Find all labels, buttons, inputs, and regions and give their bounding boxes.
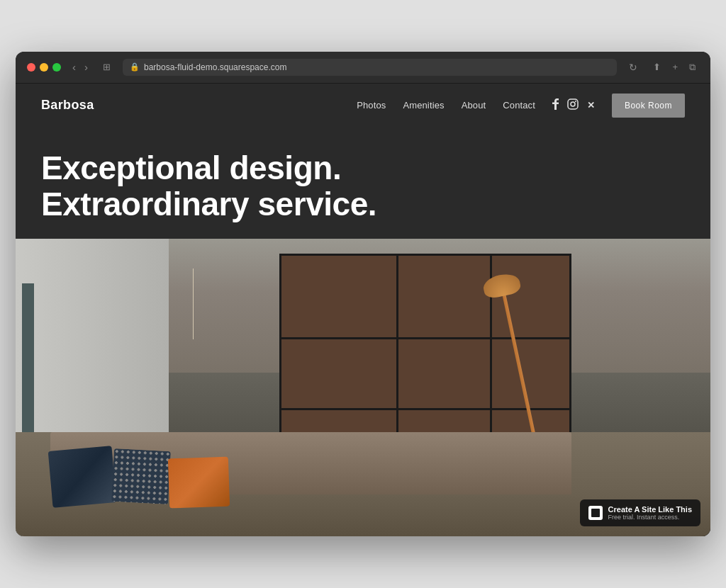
svg-point-1 xyxy=(571,102,575,106)
browser-chrome: ‹ › ⊞ 🔒 barbosa-fluid-demo.squarespace.c… xyxy=(16,52,710,84)
back-button[interactable]: ‹ xyxy=(69,60,79,74)
sidebar-toggle-button[interactable]: ⊞ xyxy=(99,60,114,74)
facebook-icon[interactable] xyxy=(552,98,559,112)
traffic-lights xyxy=(27,63,61,72)
hero-image: Create A Site Like This Free trial. Inst… xyxy=(16,239,710,536)
minimize-button[interactable] xyxy=(40,63,48,72)
new-tab-button[interactable]: + xyxy=(669,60,681,74)
squarespace-badge-subtitle: Free trial. Instant access. xyxy=(608,514,692,521)
hero-section: Exceptional design. Extraordinary servic… xyxy=(16,128,710,536)
site-navigation: Photos Amenities About Contact xyxy=(357,94,685,118)
url-display: barbosa-fluid-demo.squarespace.com xyxy=(144,62,286,72)
squarespace-badge[interactable]: Create A Site Like This Free trial. Inst… xyxy=(580,499,700,526)
browser-actions: ⬆ + ⧉ xyxy=(649,60,699,74)
address-bar[interactable]: 🔒 barbosa-fluid-demo.squarespace.com xyxy=(123,59,617,76)
website-content: Barbosa Photos Amenities About Contact xyxy=(16,84,710,536)
hero-tagline: Exceptional design. Extraordinary servic… xyxy=(16,128,710,239)
squarespace-badge-text: Create A Site Like This Free trial. Inst… xyxy=(608,505,692,521)
nav-link-amenities[interactable]: Amenities xyxy=(403,100,444,111)
reload-button[interactable]: ↻ xyxy=(625,60,641,74)
nav-link-photos[interactable]: Photos xyxy=(357,100,386,111)
hero-headline: Exceptional design. Extraordinary servic… xyxy=(41,150,685,222)
close-button[interactable] xyxy=(27,63,35,72)
svg-rect-0 xyxy=(568,99,578,109)
macrame-decor xyxy=(182,268,203,339)
tabs-button[interactable]: ⧉ xyxy=(686,60,699,74)
maximize-button[interactable] xyxy=(52,63,61,72)
instagram-icon[interactable] xyxy=(567,98,579,112)
pillow-spotted xyxy=(111,448,171,504)
shelf-divider xyxy=(279,337,571,339)
book-room-button[interactable]: Book Room xyxy=(612,94,685,118)
forward-button[interactable]: › xyxy=(82,60,91,74)
browser-navigation: ‹ › xyxy=(69,60,91,74)
pillow-dark-blue xyxy=(48,446,117,508)
nav-link-contact[interactable]: Contact xyxy=(503,100,535,111)
site-logo[interactable]: Barbosa xyxy=(41,98,94,113)
interior-scene: Create A Site Like This Free trial. Inst… xyxy=(16,239,710,536)
squarespace-badge-title: Create A Site Like This xyxy=(608,505,692,514)
pillow-orange xyxy=(167,456,229,508)
twitter-icon[interactable]: ✕ xyxy=(587,100,595,111)
browser-window: ‹ › ⊞ 🔒 barbosa-fluid-demo.squarespace.c… xyxy=(16,52,710,536)
svg-point-2 xyxy=(575,101,576,102)
social-icons: ✕ xyxy=(552,98,595,112)
site-header: Barbosa Photos Amenities About Contact xyxy=(16,84,710,128)
squarespace-logo-icon xyxy=(588,506,603,520)
share-button[interactable]: ⬆ xyxy=(649,60,664,74)
lock-icon: 🔒 xyxy=(130,62,140,72)
nav-link-about[interactable]: About xyxy=(462,100,486,111)
macrame-hang xyxy=(193,268,194,339)
squarespace-logo-inner xyxy=(591,509,600,517)
